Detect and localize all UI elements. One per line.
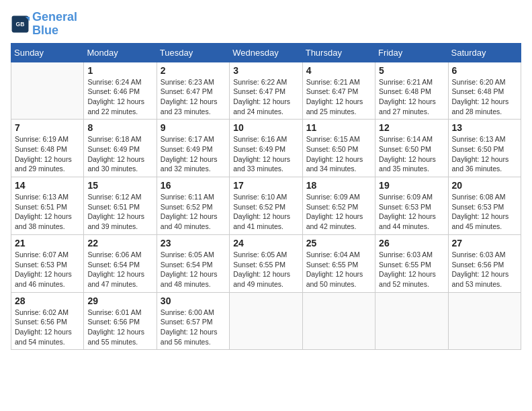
- calendar-cell: [230, 292, 302, 350]
- calendar-cell: [448, 292, 521, 350]
- day-info: Sunrise: 6:12 AM Sunset: 6:51 PM Dayligh…: [87, 192, 152, 232]
- calendar-cell: 11Sunrise: 6:15 AM Sunset: 6:50 PM Dayli…: [302, 120, 375, 177]
- day-number: 23: [161, 238, 226, 248]
- calendar-cell: 4Sunrise: 6:21 AM Sunset: 6:47 PM Daylig…: [302, 62, 375, 120]
- calendar-cell: [11, 62, 84, 120]
- weekday-header-saturday: Saturday: [448, 43, 521, 62]
- day-number: 14: [15, 180, 80, 191]
- day-info: Sunrise: 6:01 AM Sunset: 6:56 PM Dayligh…: [87, 308, 152, 347]
- calendar-cell: 5Sunrise: 6:21 AM Sunset: 6:48 PM Daylig…: [375, 62, 448, 120]
- day-info: Sunrise: 6:07 AM Sunset: 6:53 PM Dayligh…: [15, 250, 80, 289]
- day-info: Sunrise: 6:06 AM Sunset: 6:54 PM Dayligh…: [87, 250, 152, 289]
- calendar-cell: 23Sunrise: 6:05 AM Sunset: 6:54 PM Dayli…: [157, 234, 229, 292]
- calendar-cell: 25Sunrise: 6:04 AM Sunset: 6:55 PM Dayli…: [302, 234, 375, 292]
- calendar-cell: 8Sunrise: 6:18 AM Sunset: 6:49 PM Daylig…: [84, 120, 157, 177]
- calendar-cell: 2Sunrise: 6:23 AM Sunset: 6:47 PM Daylig…: [157, 62, 229, 120]
- calendar-header-row: SundayMondayTuesdayWednesdayThursdayFrid…: [11, 43, 521, 62]
- calendar-cell: 6Sunrise: 6:20 AM Sunset: 6:48 PM Daylig…: [448, 62, 521, 120]
- day-number: 6: [452, 65, 517, 76]
- weekday-header-monday: Monday: [84, 43, 157, 62]
- day-info: Sunrise: 6:16 AM Sunset: 6:49 PM Dayligh…: [233, 134, 298, 174]
- calendar-cell: 22Sunrise: 6:06 AM Sunset: 6:54 PM Dayli…: [84, 234, 157, 292]
- day-info: Sunrise: 6:20 AM Sunset: 6:48 PM Dayligh…: [452, 77, 517, 117]
- calendar-cell: 3Sunrise: 6:22 AM Sunset: 6:47 PM Daylig…: [230, 62, 302, 120]
- calendar-week-row: 28Sunrise: 6:02 AM Sunset: 6:56 PM Dayli…: [11, 292, 521, 350]
- day-info: Sunrise: 6:22 AM Sunset: 6:47 PM Dayligh…: [233, 77, 298, 117]
- day-info: Sunrise: 6:10 AM Sunset: 6:52 PM Dayligh…: [233, 192, 298, 232]
- day-info: Sunrise: 6:21 AM Sunset: 6:48 PM Dayligh…: [379, 77, 444, 117]
- day-number: 25: [306, 238, 371, 248]
- day-number: 12: [379, 122, 444, 133]
- day-number: 28: [15, 295, 80, 306]
- day-number: 10: [233, 122, 298, 133]
- calendar-week-row: 1Sunrise: 6:24 AM Sunset: 6:46 PM Daylig…: [11, 62, 521, 120]
- day-info: Sunrise: 6:19 AM Sunset: 6:48 PM Dayligh…: [15, 134, 80, 174]
- svg-text:GB: GB: [16, 21, 25, 28]
- day-number: 3: [233, 65, 298, 76]
- day-number: 24: [233, 238, 298, 248]
- day-info: Sunrise: 6:23 AM Sunset: 6:47 PM Dayligh…: [161, 77, 226, 117]
- calendar-cell: 9Sunrise: 6:17 AM Sunset: 6:49 PM Daylig…: [157, 120, 229, 177]
- day-number: 18: [306, 180, 371, 191]
- calendar-cell: 10Sunrise: 6:16 AM Sunset: 6:49 PM Dayli…: [230, 120, 302, 177]
- calendar-cell: 20Sunrise: 6:08 AM Sunset: 6:53 PM Dayli…: [448, 177, 521, 235]
- calendar-cell: 27Sunrise: 6:03 AM Sunset: 6:56 PM Dayli…: [448, 234, 521, 292]
- calendar-cell: 30Sunrise: 6:00 AM Sunset: 6:57 PM Dayli…: [157, 292, 229, 350]
- day-info: Sunrise: 6:03 AM Sunset: 6:56 PM Dayligh…: [452, 250, 517, 289]
- day-number: 19: [379, 180, 444, 191]
- calendar-cell: 15Sunrise: 6:12 AM Sunset: 6:51 PM Dayli…: [84, 177, 157, 235]
- weekday-header-friday: Friday: [375, 43, 448, 62]
- day-info: Sunrise: 6:15 AM Sunset: 6:50 PM Dayligh…: [306, 134, 371, 174]
- day-number: 1: [87, 65, 152, 76]
- calendar-cell: [375, 292, 448, 350]
- calendar-cell: 7Sunrise: 6:19 AM Sunset: 6:48 PM Daylig…: [11, 120, 84, 177]
- day-number: 22: [87, 238, 152, 248]
- calendar-cell: 17Sunrise: 6:10 AM Sunset: 6:52 PM Dayli…: [230, 177, 302, 235]
- day-number: 9: [161, 122, 226, 133]
- calendar-cell: 26Sunrise: 6:03 AM Sunset: 6:55 PM Dayli…: [375, 234, 448, 292]
- day-info: Sunrise: 6:05 AM Sunset: 6:55 PM Dayligh…: [233, 250, 298, 289]
- day-info: Sunrise: 6:14 AM Sunset: 6:50 PM Dayligh…: [379, 134, 444, 174]
- day-number: 5: [379, 65, 444, 76]
- day-info: Sunrise: 6:08 AM Sunset: 6:53 PM Dayligh…: [452, 192, 517, 232]
- calendar-cell: 18Sunrise: 6:09 AM Sunset: 6:52 PM Dayli…: [302, 177, 375, 235]
- day-number: 15: [87, 180, 152, 191]
- weekday-header-tuesday: Tuesday: [157, 43, 229, 62]
- calendar-cell: 1Sunrise: 6:24 AM Sunset: 6:46 PM Daylig…: [84, 62, 157, 120]
- day-number: 8: [87, 122, 152, 133]
- calendar-cell: 28Sunrise: 6:02 AM Sunset: 6:56 PM Dayli…: [11, 292, 84, 350]
- day-number: 26: [379, 238, 444, 248]
- day-info: Sunrise: 6:00 AM Sunset: 6:57 PM Dayligh…: [161, 308, 226, 347]
- day-number: 20: [452, 180, 517, 191]
- day-info: Sunrise: 6:05 AM Sunset: 6:54 PM Dayligh…: [161, 250, 226, 289]
- day-info: Sunrise: 6:24 AM Sunset: 6:46 PM Dayligh…: [87, 77, 152, 117]
- day-number: 13: [452, 122, 517, 133]
- day-info: Sunrise: 6:21 AM Sunset: 6:47 PM Dayligh…: [306, 77, 371, 117]
- calendar-cell: 29Sunrise: 6:01 AM Sunset: 6:56 PM Dayli…: [84, 292, 157, 350]
- day-number: 27: [452, 238, 517, 248]
- day-info: Sunrise: 6:13 AM Sunset: 6:51 PM Dayligh…: [15, 192, 80, 232]
- day-info: Sunrise: 6:09 AM Sunset: 6:53 PM Dayligh…: [379, 192, 444, 232]
- calendar-table: SundayMondayTuesdayWednesdayThursdayFrid…: [11, 43, 521, 351]
- day-number: 11: [306, 122, 371, 133]
- day-number: 29: [87, 295, 152, 306]
- day-info: Sunrise: 6:13 AM Sunset: 6:50 PM Dayligh…: [452, 134, 517, 174]
- day-info: Sunrise: 6:04 AM Sunset: 6:55 PM Dayligh…: [306, 250, 371, 289]
- logo-text: General Blue: [32, 11, 77, 38]
- calendar-week-row: 21Sunrise: 6:07 AM Sunset: 6:53 PM Dayli…: [11, 234, 521, 292]
- calendar-cell: 12Sunrise: 6:14 AM Sunset: 6:50 PM Dayli…: [375, 120, 448, 177]
- day-number: 2: [161, 65, 226, 76]
- day-number: 4: [306, 65, 371, 76]
- day-number: 7: [15, 122, 80, 133]
- calendar-week-row: 14Sunrise: 6:13 AM Sunset: 6:51 PM Dayli…: [11, 177, 521, 235]
- day-info: Sunrise: 6:02 AM Sunset: 6:56 PM Dayligh…: [15, 308, 80, 347]
- calendar-cell: 21Sunrise: 6:07 AM Sunset: 6:53 PM Dayli…: [11, 234, 84, 292]
- calendar-cell: 14Sunrise: 6:13 AM Sunset: 6:51 PM Dayli…: [11, 177, 84, 235]
- weekday-header-wednesday: Wednesday: [230, 43, 302, 62]
- day-info: Sunrise: 6:09 AM Sunset: 6:52 PM Dayligh…: [306, 192, 371, 232]
- calendar-week-row: 7Sunrise: 6:19 AM Sunset: 6:48 PM Daylig…: [11, 120, 521, 177]
- day-info: Sunrise: 6:17 AM Sunset: 6:49 PM Dayligh…: [161, 134, 226, 174]
- day-number: 30: [161, 295, 226, 306]
- day-info: Sunrise: 6:11 AM Sunset: 6:52 PM Dayligh…: [161, 192, 226, 232]
- day-number: 17: [233, 180, 298, 191]
